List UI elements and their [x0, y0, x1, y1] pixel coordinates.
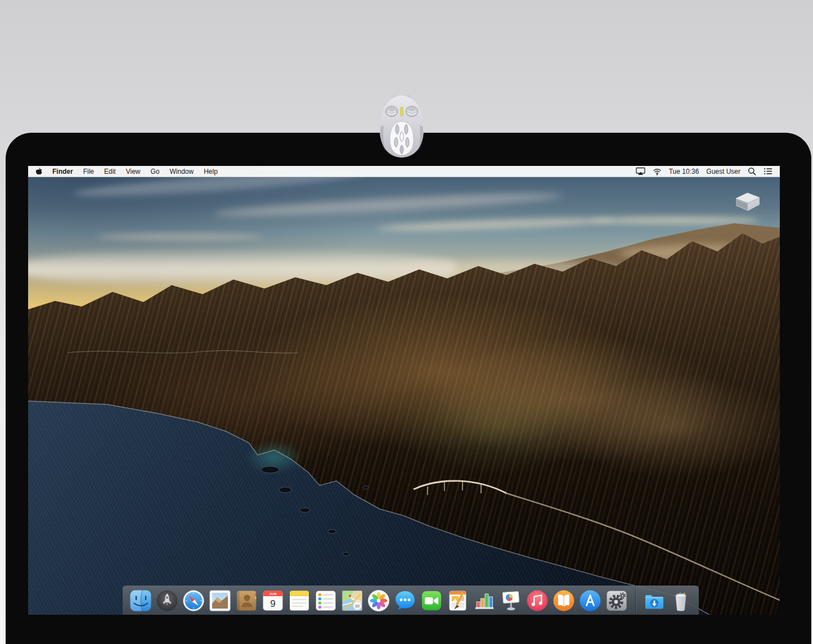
svg-text:JUN: JUN	[269, 592, 277, 595]
maps-icon: 3D	[341, 589, 363, 612]
external-hard-drive-icon[interactable]	[733, 188, 762, 214]
app-store-icon	[579, 589, 601, 612]
dock-item-maps[interactable]: 3D	[341, 589, 363, 612]
dock-item-trash[interactable]	[670, 589, 692, 612]
messages-icon	[394, 589, 416, 612]
trash-full-icon	[670, 589, 692, 612]
itunes-icon	[526, 589, 549, 612]
menu-item-go[interactable]: Go	[151, 168, 160, 175]
dock-item-reminders[interactable]	[315, 589, 337, 612]
dock-item-messages[interactable]	[394, 589, 416, 612]
safari-icon	[182, 589, 205, 612]
numbers-icon	[473, 589, 496, 612]
dock-separator	[635, 588, 636, 613]
spotlight-search-icon[interactable]	[748, 167, 756, 175]
dock-item-facetime[interactable]	[420, 589, 443, 612]
notes-icon	[288, 589, 311, 612]
wallpaper-coast-details	[28, 166, 780, 615]
menu-bar-clock[interactable]: Tue 10:36	[669, 168, 699, 175]
dock-item-downloads[interactable]	[643, 589, 666, 612]
wifi-icon[interactable]	[653, 168, 662, 175]
dock-item-safari[interactable]	[182, 589, 205, 612]
dock-item-ibooks[interactable]	[553, 589, 575, 612]
calendar-icon: JUN 9	[262, 589, 284, 612]
dock-item-app-store[interactable]	[579, 589, 601, 612]
dock-item-itunes[interactable]	[526, 589, 549, 612]
dock-item-calendar[interactable]: JUN 9	[262, 589, 284, 612]
reminders-icon	[315, 589, 337, 612]
dock-item-notes[interactable]	[288, 589, 311, 612]
pages-icon	[447, 589, 469, 612]
menu-bar: Finder File Edit View Go Window Help Tue	[28, 166, 780, 177]
menu-bar-user[interactable]: Guest User	[706, 168, 740, 175]
dock-item-keynote[interactable]	[500, 589, 522, 612]
dock-item-finder[interactable]	[129, 589, 152, 612]
dock-item-mail[interactable]	[209, 589, 231, 612]
mail-icon	[209, 589, 231, 612]
menu-item-view[interactable]: View	[126, 168, 141, 175]
owl-figurine	[373, 93, 430, 161]
ibooks-icon	[553, 589, 575, 612]
dock-item-contacts[interactable]	[235, 589, 258, 612]
svg-text:3D: 3D	[355, 604, 360, 607]
dock-item-launchpad[interactable]	[156, 589, 178, 612]
svg-text:9: 9	[270, 598, 275, 609]
photo-of-imac-desktop: Finder File Edit View Go Window Help Tue	[0, 0, 813, 644]
dock-item-photos[interactable]	[367, 589, 390, 612]
finder-icon	[129, 589, 152, 612]
apple-menu[interactable]	[35, 167, 43, 175]
facetime-icon	[420, 589, 443, 612]
notification-center-icon[interactable]	[763, 168, 772, 175]
dock-item-system-preferences[interactable]	[605, 589, 628, 612]
menu-item-edit[interactable]: Edit	[104, 168, 116, 175]
dock-item-pages[interactable]	[447, 589, 469, 612]
dock: JUN 9	[123, 586, 699, 615]
menu-item-help[interactable]: Help	[204, 168, 218, 175]
downloads-folder-icon	[643, 589, 666, 612]
desktop-screen: Finder File Edit View Go Window Help Tue	[28, 166, 780, 615]
running-indicator	[140, 614, 142, 615]
airplay-display-icon[interactable]	[636, 167, 645, 175]
keynote-icon	[500, 589, 522, 612]
apple-logo-icon	[35, 167, 43, 175]
launchpad-icon	[156, 589, 178, 612]
contacts-icon	[235, 589, 258, 612]
system-preferences-icon	[605, 589, 628, 612]
menu-item-finder[interactable]: Finder	[52, 168, 73, 175]
menu-item-file[interactable]: File	[83, 168, 94, 175]
dock-item-numbers[interactable]	[473, 589, 496, 612]
photos-icon	[367, 589, 390, 612]
menu-item-window[interactable]: Window	[170, 168, 194, 175]
